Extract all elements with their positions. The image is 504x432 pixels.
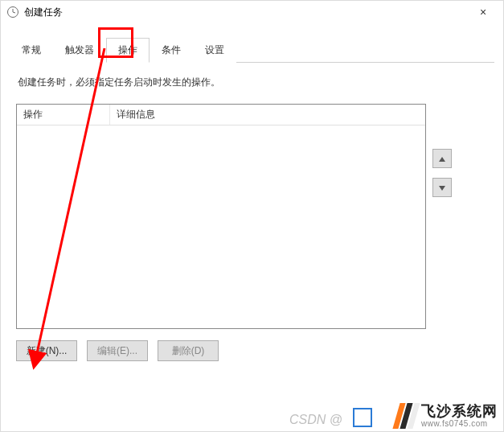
tab-label: 触发器 xyxy=(65,44,94,56)
close-button[interactable]: × xyxy=(469,1,498,23)
panel-description: 创建任务时，必须指定任务启动时发生的操作。 xyxy=(16,76,488,89)
tab-actions[interactable]: 操作 xyxy=(106,38,150,63)
blue-square-icon xyxy=(353,408,372,427)
tab-settings[interactable]: 设置 xyxy=(193,38,236,63)
tab-label: 常规 xyxy=(22,44,41,56)
logo-main-text: 飞沙系统网 xyxy=(421,404,498,420)
tab-panel-actions: 创建任务时，必须指定任务启动时发生的操作。 操作 详细信息 xyxy=(10,63,494,368)
tab-general[interactable]: 常规 xyxy=(10,38,53,63)
triangle-down-icon xyxy=(439,182,445,193)
actions-table-area: 操作 详细信息 xyxy=(16,104,488,329)
listview-header: 操作 详细信息 xyxy=(17,105,425,125)
logo-text: 飞沙系统网 www.fs0745.com xyxy=(421,404,498,429)
tab-triggers[interactable]: 触发器 xyxy=(53,38,106,63)
svg-line-2 xyxy=(13,12,15,13)
titlebar: 创建任务 × xyxy=(0,0,504,24)
new-button[interactable]: 新建(N)... xyxy=(16,340,77,361)
logo-bars-icon xyxy=(396,403,416,429)
move-down-button[interactable] xyxy=(432,178,452,197)
logo: 飞沙系统网 www.fs0745.com xyxy=(396,403,498,429)
svg-marker-3 xyxy=(439,157,445,162)
reorder-buttons xyxy=(432,104,452,329)
watermark-text: CSDN @ xyxy=(289,413,342,427)
delete-button[interactable]: 删除(D) xyxy=(158,340,219,361)
svg-marker-4 xyxy=(439,186,445,191)
clock-icon xyxy=(6,6,19,19)
logo-sub-text: www.fs0745.com xyxy=(421,419,498,428)
move-up-button[interactable] xyxy=(432,149,452,168)
column-header-detail[interactable]: 详细信息 xyxy=(110,105,425,125)
tab-conditions[interactable]: 条件 xyxy=(150,38,193,63)
triangle-up-icon xyxy=(439,153,445,164)
tab-label: 操作 xyxy=(118,44,137,56)
bottom-button-row: 新建(N)... 编辑(E)... 删除(D) xyxy=(16,340,488,361)
content-area: 常规 触发器 操作 条件 设置 创建任务时，必须指定任务启动时发生的操作。 操作… xyxy=(0,24,504,376)
tab-label: 条件 xyxy=(162,44,181,56)
tab-label: 设置 xyxy=(205,44,224,56)
close-icon: × xyxy=(480,6,486,19)
actions-listview[interactable]: 操作 详细信息 xyxy=(16,104,426,329)
tab-bar: 常规 触发器 操作 条件 设置 xyxy=(10,37,494,63)
edit-button[interactable]: 编辑(E)... xyxy=(87,340,148,361)
column-header-action[interactable]: 操作 xyxy=(17,105,110,125)
window-title: 创建任务 xyxy=(24,6,469,19)
